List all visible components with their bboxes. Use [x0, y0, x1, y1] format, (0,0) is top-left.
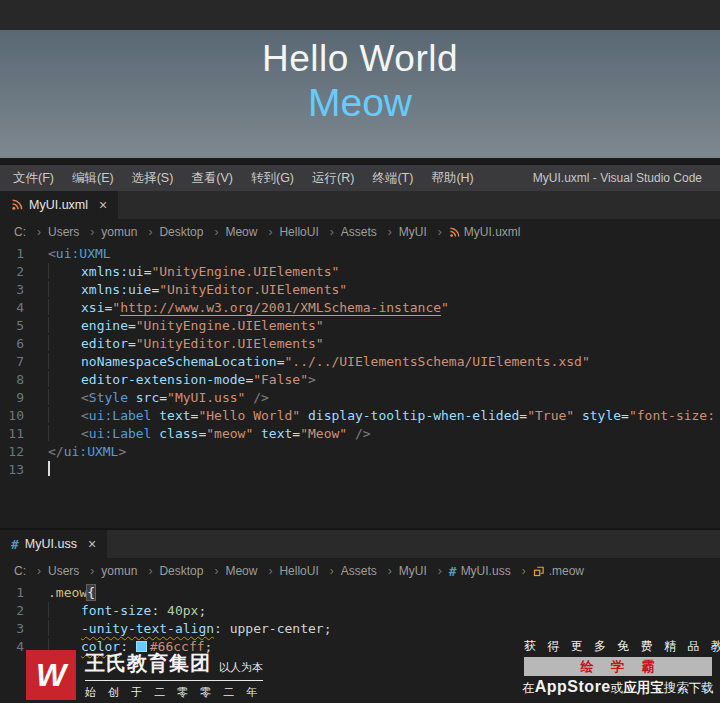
- vscode-window: { "window_title": "MyUI.uxml - Visual St…: [0, 0, 720, 703]
- indent-guide: [48, 335, 81, 351]
- breadcrumb-item[interactable]: MyUI: [399, 225, 449, 239]
- line-number: 4: [0, 299, 48, 317]
- menu-run[interactable]: 运行(R): [303, 170, 363, 187]
- code-line[interactable]: 3xmlns:uie="UnityEditor.UIElements": [0, 281, 720, 299]
- indent-guide: [48, 263, 81, 279]
- indent-guide: [48, 620, 81, 636]
- url-link: http://www.w3.org/2001/XMLSchema-instanc…: [120, 300, 441, 315]
- indent-guide: [48, 371, 81, 387]
- uxml-tab-bar: MyUI.uxml ×: [0, 191, 720, 219]
- indent-guide: [48, 425, 81, 441]
- breadcrumb-item[interactable]: Assets: [341, 564, 399, 578]
- breadcrumb-item[interactable]: Assets: [341, 225, 399, 239]
- line-number: 1: [0, 584, 48, 602]
- line-number: 1: [0, 245, 48, 263]
- preview-meow-label: Meow: [308, 81, 412, 125]
- window-title: MyUI.uxml - Visual Studio Code: [533, 171, 702, 185]
- breadcrumb-item[interactable]: Meow: [225, 564, 279, 578]
- line-number: 6: [0, 335, 48, 353]
- code-line[interactable]: 4color: #66ccff;: [0, 638, 720, 656]
- breadcrumb-item[interactable]: Desktop: [159, 225, 225, 239]
- breadcrumb-item-file[interactable]: MyUI.uxml: [449, 225, 525, 239]
- indent-guide: [48, 281, 81, 297]
- indent-guide: [48, 407, 81, 423]
- css-file-icon: #: [449, 564, 457, 579]
- tab-myui-uss[interactable]: # MyUI.uss ×: [0, 530, 107, 558]
- xml-file-icon: [449, 227, 460, 238]
- code-line[interactable]: 6editor="UnityEditor.UIElements": [0, 335, 720, 353]
- line-number: 8: [0, 371, 48, 389]
- code-line[interactable]: 9<Style src="MyUI.uss" />: [0, 389, 720, 407]
- uss-breadcrumb: C: Users yomun Desktop Meow HelloUI Asse…: [0, 558, 720, 584]
- breadcrumb-item[interactable]: C:: [14, 225, 48, 239]
- window-gap-strip: [0, 158, 720, 165]
- code-line[interactable]: 13: [0, 461, 720, 479]
- indent-guide: [48, 638, 81, 654]
- breadcrumb-item[interactable]: HelloUI: [279, 564, 340, 578]
- window-top-strip: [0, 0, 720, 30]
- code-line[interactable]: 1.meow{: [0, 584, 720, 602]
- line-number: 3: [0, 620, 48, 638]
- indent-guide: [48, 299, 81, 315]
- code-line[interactable]: 7noNamespaceSchemaLocation="../../UIElem…: [0, 353, 720, 371]
- menu-edit[interactable]: 编辑(E): [63, 170, 123, 187]
- uxml-breadcrumb: C: Users yomun Desktop Meow HelloUI Asse…: [0, 219, 720, 245]
- breadcrumb-item[interactable]: Users: [48, 225, 101, 239]
- code-line[interactable]: 5engine="UnityEngine.UIElements": [0, 317, 720, 335]
- line-number: 9: [0, 389, 48, 407]
- menu-file[interactable]: 文件(F): [4, 170, 63, 187]
- code-line[interactable]: 11<ui:Label class="meow" text="Meow" />: [0, 425, 720, 443]
- tab-label: MyUI.uss: [25, 537, 77, 551]
- uxml-code-editor[interactable]: 1<ui:UXML2xmlns:ui="UnityEngine.UIElemen…: [0, 245, 720, 528]
- breadcrumb-item[interactable]: yomun: [101, 225, 159, 239]
- code-line[interactable]: 8editor-extension-mode="False">: [0, 371, 720, 389]
- tab-myui-uxml[interactable]: MyUI.uxml ×: [0, 191, 118, 219]
- code-line[interactable]: 1<ui:UXML: [0, 245, 720, 263]
- breadcrumb-item[interactable]: yomun: [101, 564, 159, 578]
- close-tab-icon[interactable]: ×: [99, 198, 107, 212]
- breadcrumb-item[interactable]: C:: [14, 564, 48, 578]
- breadcrumb-item[interactable]: HelloUI: [279, 225, 340, 239]
- breadcrumb-item[interactable]: MyUI: [399, 564, 449, 578]
- line-number: 12: [0, 443, 48, 461]
- code-line[interactable]: 4xsi="http://www.w3.org/2001/XMLSchema-i…: [0, 299, 720, 317]
- indent-guide: [48, 317, 81, 333]
- breadcrumb-item[interactable]: Meow: [225, 225, 279, 239]
- close-tab-icon[interactable]: ×: [88, 537, 96, 551]
- preview-hello-world-label: Hello World: [262, 38, 458, 80]
- indent-guide: [48, 389, 81, 405]
- line-number: 5: [0, 317, 48, 335]
- xml-file-icon: [11, 199, 23, 211]
- menu-view[interactable]: 查看(V): [182, 170, 242, 187]
- uss-code-editor[interactable]: 1.meow{2font-size: 40px;3-unity-text-ali…: [0, 584, 720, 703]
- menu-bar: 文件(F) 编辑(E) 选择(S) 查看(V) 转到(G) 运行(R) 终端(T…: [0, 165, 720, 191]
- line-number: 13: [0, 461, 48, 479]
- css-file-icon: #: [11, 537, 19, 552]
- line-number: 3: [0, 281, 48, 299]
- menu-terminal[interactable]: 终端(T): [363, 170, 422, 187]
- uss-tab-bar: # MyUI.uss ×: [0, 530, 720, 558]
- indent-guide: [48, 353, 81, 369]
- code-line[interactable]: 10<ui:Label text="Hello World" display-t…: [0, 407, 720, 425]
- menu-help[interactable]: 帮助(H): [422, 170, 482, 187]
- menu-go[interactable]: 转到(G): [242, 170, 303, 187]
- unity-preview: Hello World Meow: [0, 30, 720, 158]
- line-number: 10: [0, 407, 48, 425]
- code-line[interactable]: 2font-size: 40px;: [0, 602, 720, 620]
- breadcrumb-item[interactable]: Desktop: [159, 564, 225, 578]
- indent-guide: [48, 602, 81, 618]
- code-line[interactable]: 3-unity-text-align: upper-center;: [0, 620, 720, 638]
- class-symbol-icon: [533, 565, 545, 577]
- menu-selection[interactable]: 选择(S): [123, 170, 183, 187]
- line-number: 11: [0, 425, 48, 443]
- color-swatch: [136, 641, 147, 652]
- line-number: 7: [0, 353, 48, 371]
- code-line[interactable]: 2xmlns:ui="UnityEngine.UIElements": [0, 263, 720, 281]
- breadcrumb-item-file[interactable]: # MyUI.uss: [449, 564, 533, 579]
- text-cursor: [48, 461, 50, 476]
- tab-label: MyUI.uxml: [29, 198, 88, 212]
- breadcrumb-item-symbol[interactable]: .meow: [533, 564, 588, 578]
- line-number: 2: [0, 602, 48, 620]
- breadcrumb-item[interactable]: Users: [48, 564, 101, 578]
- code-line[interactable]: 12</ui:UXML>: [0, 443, 720, 461]
